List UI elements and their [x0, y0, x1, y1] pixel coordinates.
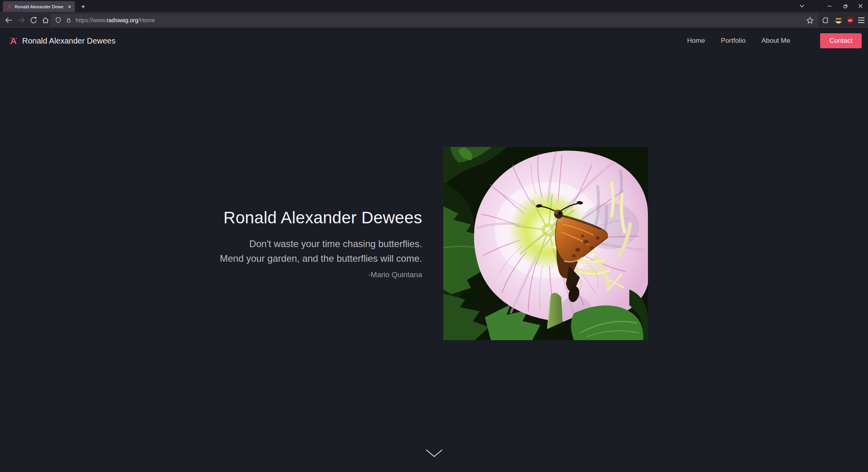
nav-link-about-me[interactable]: About Me	[762, 37, 790, 45]
site-favicon-icon: A	[6, 4, 12, 10]
back-button[interactable]	[3, 15, 14, 26]
url-scheme: https://www.	[76, 17, 106, 23]
window-restore-button[interactable]	[840, 1, 851, 11]
back-arrow-icon	[5, 16, 13, 24]
browser-toolbar: https://www.radswag.org/Home uO	[0, 12, 868, 29]
tracking-protection-shield-icon[interactable]	[55, 17, 62, 24]
browser-tab[interactable]: A Ronald Alexander Dewees ×	[3, 1, 75, 12]
url-bar[interactable]: https://www.radswag.org/Home	[51, 14, 818, 27]
minimize-icon	[827, 4, 832, 8]
reload-button[interactable]	[28, 15, 39, 26]
tab-title: Ronald Alexander Dewees	[15, 4, 63, 9]
fox-face-icon	[834, 16, 843, 25]
home-button[interactable]	[40, 15, 51, 26]
list-all-tabs-button[interactable]	[796, 1, 808, 11]
fox-extension-button[interactable]	[834, 15, 843, 25]
scroll-down-chevron[interactable]	[425, 448, 443, 459]
url-text: https://www.radswag.org/Home	[76, 17, 803, 23]
forward-arrow-icon	[17, 16, 25, 24]
bookmark-star-icon[interactable]	[806, 17, 814, 24]
puzzle-piece-icon	[822, 16, 830, 24]
tab-close-button[interactable]: ×	[66, 3, 73, 10]
nav-link-home[interactable]: Home	[687, 37, 705, 45]
site-logo-icon: A	[9, 36, 18, 46]
menu-button[interactable]	[856, 15, 867, 25]
site-nav: Home Portfolio About Me Contact	[687, 33, 862, 48]
reload-icon	[30, 16, 38, 24]
butterfly-flower-photo	[443, 147, 648, 340]
nav-link-portfolio[interactable]: Portfolio	[721, 37, 745, 45]
brand-name: Ronald Alexander Dewees	[22, 36, 116, 46]
svg-text:A: A	[10, 36, 17, 46]
hero-text-block: Ronald Alexander Dewees Don't waste your…	[220, 208, 422, 279]
new-tab-button[interactable]: +	[78, 2, 88, 11]
quote-attribution: -Mario Quintana	[220, 270, 422, 279]
svg-text:uO: uO	[848, 19, 853, 22]
contact-button[interactable]: Contact	[820, 33, 862, 48]
window-minimize-button[interactable]	[824, 1, 836, 11]
webpage: A Ronald Alexander Dewees Home Portfolio…	[0, 29, 868, 472]
site-brand[interactable]: A Ronald Alexander Dewees	[9, 36, 116, 46]
lock-icon[interactable]	[65, 17, 72, 24]
hero-photo	[443, 147, 648, 340]
url-path: /Home	[138, 17, 155, 23]
url-domain: radswag.org	[106, 17, 138, 23]
adblock-extension-button[interactable]: uO	[845, 15, 855, 25]
quote-line-1: Don't waste your time chasing butterflie…	[220, 236, 422, 251]
browser-tab-bar: A Ronald Alexander Dewees × +	[0, 0, 868, 12]
browser-window: A Ronald Alexander Dewees × +	[0, 0, 868, 472]
hamburger-icon	[858, 17, 864, 23]
scroll-indicator-area	[0, 446, 868, 472]
hero-title: Ronald Alexander Dewees	[220, 208, 422, 227]
quote-line-2: Mend your garden, and the butterflies wi…	[220, 251, 422, 266]
red-shield-uO-icon: uO	[846, 16, 854, 24]
home-icon	[42, 16, 49, 24]
window-close-button[interactable]	[855, 1, 866, 11]
extensions-button[interactable]	[821, 15, 830, 25]
close-icon	[858, 4, 863, 8]
restore-icon	[843, 4, 848, 9]
chevron-down-icon	[800, 4, 804, 8]
forward-button[interactable]	[16, 15, 27, 26]
hero-section: Ronald Alexander Dewees Don't waste your…	[0, 47, 868, 440]
